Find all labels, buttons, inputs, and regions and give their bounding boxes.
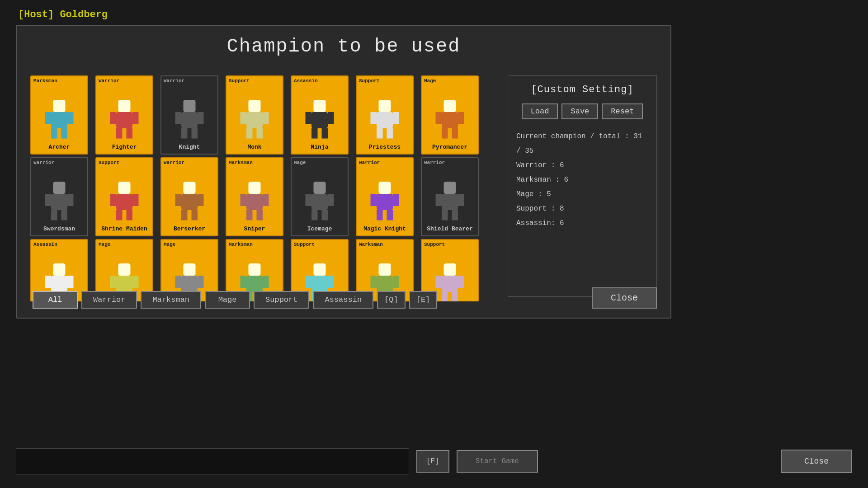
svg-rect-7	[116, 112, 132, 128]
svg-rect-52	[110, 194, 117, 206]
svg-rect-36	[444, 100, 456, 112]
svg-rect-72	[379, 182, 391, 194]
svg-rect-20	[246, 128, 253, 139]
reset-button[interactable]: Reset	[602, 103, 643, 119]
svg-rect-33	[387, 128, 393, 139]
champion-card-knight[interactable]: Warrior Knight	[160, 75, 218, 155]
svg-rect-102	[249, 263, 261, 276]
svg-rect-27	[322, 128, 328, 139]
svg-rect-58	[175, 194, 182, 206]
champion-card-shrine-maiden[interactable]: Support Shrine Maiden	[95, 157, 153, 236]
svg-rect-83	[458, 194, 464, 206]
champion-card-priestess[interactable]: Support Priestess	[356, 75, 414, 155]
svg-rect-34	[371, 112, 377, 124]
svg-rect-75	[387, 210, 393, 221]
svg-rect-14	[181, 128, 188, 139]
svg-rect-37	[442, 112, 458, 128]
champion-card-shield-bearer[interactable]: Warrior Shield Bearer	[421, 157, 479, 236]
champion-card-swordsman[interactable]: Warrior Swordsman	[30, 157, 88, 236]
champion-card-monk[interactable]: Support Monk	[226, 75, 283, 155]
start-game-button[interactable]: Start Game	[457, 450, 538, 473]
svg-rect-113	[328, 276, 334, 288]
svg-rect-125	[458, 276, 464, 288]
svg-rect-60	[249, 182, 261, 194]
svg-rect-51	[127, 210, 133, 221]
svg-rect-68	[311, 210, 318, 221]
save-button[interactable]: Save	[561, 103, 598, 119]
close-dialog-button[interactable]: Close	[592, 287, 657, 309]
svg-rect-71	[328, 194, 334, 206]
svg-rect-121	[442, 276, 458, 292]
card-name-label: Ninja	[311, 144, 328, 150]
svg-rect-35	[393, 112, 399, 124]
card-name-label: Priestess	[369, 144, 401, 150]
svg-rect-122	[442, 292, 448, 301]
q-icon-button[interactable]: [Q]	[377, 291, 406, 309]
champion-card-pyromancer[interactable]: Mage Pyromancer	[421, 75, 479, 155]
svg-rect-57	[192, 210, 198, 221]
svg-rect-16	[175, 112, 182, 124]
filter-all-button[interactable]: All	[33, 291, 78, 309]
champion-card-sniper[interactable]: Marksman Sniper	[226, 157, 283, 236]
svg-rect-45	[61, 210, 68, 221]
filter-marksman-button[interactable]: Marksman	[141, 291, 201, 309]
svg-rect-5	[67, 112, 74, 124]
svg-rect-11	[132, 112, 139, 124]
svg-rect-107	[263, 276, 269, 288]
svg-rect-6	[118, 100, 131, 112]
svg-rect-19	[246, 112, 263, 128]
svg-rect-100	[175, 276, 182, 288]
champion-card-icemage[interactable]: Mage Icemage	[291, 157, 349, 236]
filter-support-button[interactable]: Support	[254, 291, 309, 309]
champion-card-magic-knight[interactable]: Warrior Magic Knight	[356, 157, 414, 236]
svg-rect-62	[246, 210, 253, 221]
card-class-label: Support	[359, 78, 380, 84]
svg-rect-43	[51, 194, 67, 210]
svg-rect-81	[452, 210, 458, 221]
card-name-label: Magic Knight	[363, 225, 406, 232]
svg-rect-31	[377, 112, 393, 128]
filter-warrior-button[interactable]: Warrior	[81, 291, 137, 309]
svg-rect-84	[53, 263, 66, 276]
svg-rect-0	[53, 100, 66, 112]
champion-grid-wrapper[interactable]: Marksman Archer Warrior	[30, 75, 487, 301]
chat-input[interactable]	[16, 448, 409, 474]
card-name-label: Archer	[49, 144, 70, 150]
filter-assassin-button[interactable]: Assassin	[313, 291, 373, 309]
svg-rect-17	[198, 112, 204, 124]
svg-rect-67	[311, 194, 328, 210]
stat-warrior: Warrior : 6	[516, 158, 648, 173]
champion-grid: Marksman Archer Warrior	[30, 75, 487, 301]
svg-rect-50	[116, 210, 123, 221]
card-name-label: Icemage	[307, 225, 332, 232]
filter-mage-button[interactable]: Mage	[205, 291, 250, 309]
f-key-button[interactable]: [F]	[416, 450, 449, 473]
champion-card-archer[interactable]: Marksman Archer	[30, 75, 88, 155]
card-class-label: Warrior	[424, 160, 445, 165]
card-class-label: Assassin	[294, 78, 318, 84]
bottom-bar: [F] Start Game Close	[16, 448, 852, 474]
svg-rect-2	[51, 128, 57, 139]
champion-card-ninja[interactable]: Assassin Ninja	[291, 75, 349, 155]
load-button[interactable]: Load	[522, 103, 558, 119]
svg-rect-3	[61, 128, 68, 139]
svg-rect-73	[377, 194, 393, 210]
champion-card-berserker[interactable]: Warrior Berserker	[160, 157, 218, 236]
svg-rect-48	[118, 182, 131, 194]
svg-rect-118	[371, 276, 377, 288]
svg-rect-41	[458, 112, 464, 124]
svg-rect-76	[371, 194, 377, 206]
svg-rect-80	[442, 210, 448, 221]
svg-rect-12	[184, 100, 196, 112]
e-icon-button[interactable]: [E]	[409, 291, 438, 309]
svg-rect-30	[379, 100, 391, 112]
card-name-label: Knight	[179, 144, 200, 150]
svg-rect-82	[436, 194, 442, 206]
card-class-label: Warrior	[33, 160, 54, 165]
bottom-close-button[interactable]: Close	[781, 450, 852, 473]
svg-rect-40	[436, 112, 442, 124]
svg-rect-66	[314, 182, 326, 194]
main-dialog: Champion to be used Marksman Archer Warr…	[16, 25, 671, 319]
svg-rect-89	[67, 276, 74, 288]
champion-card-fighter[interactable]: Warrior Fighter	[95, 75, 153, 155]
